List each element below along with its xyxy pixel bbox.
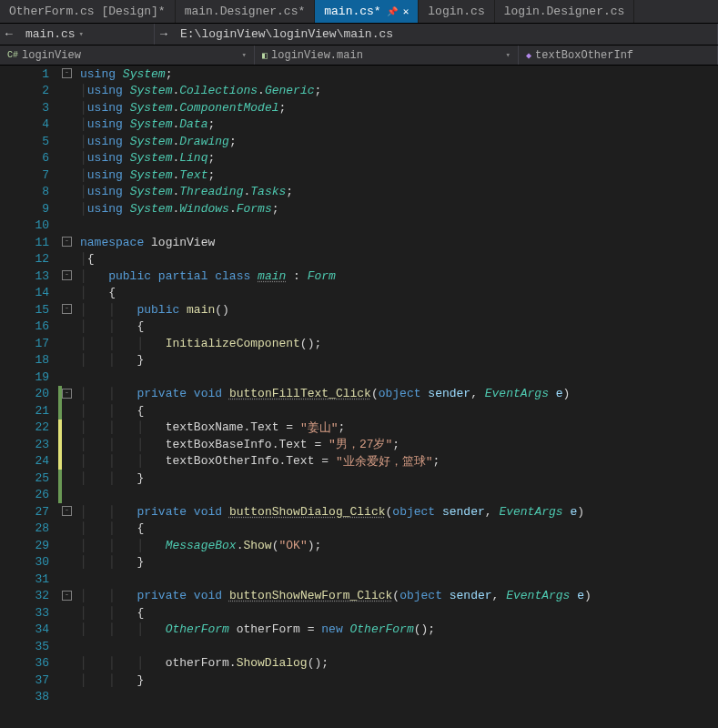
code-editor[interactable]: 1234567891011121314151617181920212223242… [0,66,718,728]
tab-login-cs[interactable]: login.cs [419,0,494,23]
chevron-down-icon: ▾ [506,50,511,60]
fold-toggle[interactable]: - [62,68,72,78]
namespace-dropdown[interactable]: C# loginView ▾ [0,46,255,65]
line-number-gutter: 1234567891011121314151617181920212223242… [0,66,58,728]
chevron-down-icon: ▾ [79,29,84,39]
fold-toggle[interactable]: - [62,270,72,280]
tab-otherform-design[interactable]: OtherForm.cs [Design]* [0,0,176,23]
document-tabbar: OtherForm.cs [Design]* main.Designer.cs*… [0,0,718,24]
fold-toggle[interactable]: - [62,304,72,314]
fold-toggle[interactable]: - [62,389,72,399]
tab-main-cs[interactable]: main.cs* 📌 ✕ [315,0,419,23]
fold-toggle[interactable]: - [62,591,72,601]
change-bar [58,420,62,437]
class-icon: ◧ [262,50,268,61]
change-bar [58,402,62,420]
chevron-down-icon: ▾ [242,50,247,60]
member-dropdown[interactable]: ◆ textBoxOtherInf [519,46,718,65]
change-bar [58,436,62,453]
fold-toggle[interactable]: - [62,237,72,247]
change-bar [58,470,62,487]
close-icon[interactable]: ✕ [403,5,410,17]
fold-toggle[interactable]: - [62,506,72,516]
code-area[interactable]: using System;│using System.Collections.G… [76,66,718,728]
change-bar [58,487,62,504]
nav-path-dropdown[interactable]: E:\loginView\loginView\main.cs [173,24,718,45]
change-bar [58,453,62,470]
class-dropdown[interactable]: ◧ loginView.main ▾ [255,46,519,65]
fold-margin: ------- [58,66,76,728]
member-nav-bar: C# loginView ▾ ◧ loginView.main ▾ ◆ text… [0,46,718,66]
namespace-icon: C# [7,50,18,60]
nav-file-dropdown[interactable]: main.cs▾ [18,24,155,45]
tab-login-designer[interactable]: login.Designer.cs [495,0,635,23]
nav-toolbar: ← main.cs▾ → E:\loginView\loginView\main… [0,24,718,46]
nav-forward-icon[interactable]: → [155,27,173,41]
tab-main-designer[interactable]: main.Designer.cs* [176,0,316,23]
pin-icon[interactable]: 📌 [387,6,398,17]
nav-back-icon[interactable]: ← [0,27,18,41]
field-icon: ◆ [526,50,531,61]
